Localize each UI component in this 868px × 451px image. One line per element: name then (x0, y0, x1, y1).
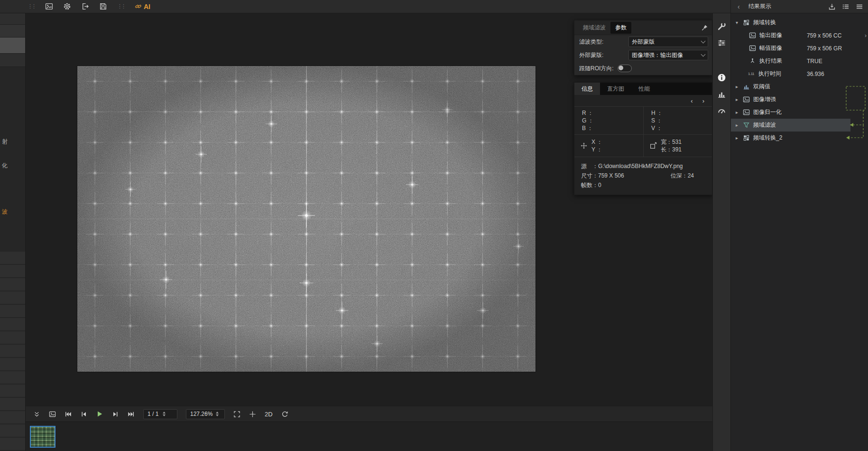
page-prev-arrow[interactable]: ‹ (691, 97, 693, 104)
list-view-icon[interactable] (842, 3, 850, 10)
external-mask-select[interactable]: 图像增强：输出图像 (628, 50, 708, 60)
fft-spectrum-image[interactable] (77, 66, 536, 372)
image-icon (749, 32, 756, 39)
save-icon[interactable] (99, 2, 107, 10)
follow-roi-toggle[interactable] (618, 65, 632, 72)
list-item[interactable] (0, 54, 25, 67)
refresh-loop-icon[interactable] (281, 411, 288, 418)
source-image-thumbnail-selected[interactable] (30, 426, 55, 448)
ai-link-button[interactable]: AI (135, 3, 150, 10)
settings-gear-icon[interactable] (63, 2, 71, 10)
sliders-settings-icon[interactable] (717, 38, 726, 47)
node-icon (743, 19, 750, 26)
zoom-value: 127.26% (190, 411, 212, 417)
image-viewport[interactable]: 频域滤波 参数 滤波类型: 外部蒙版 外部蒙版: (26, 13, 712, 406)
image-source-icon[interactable] (49, 411, 56, 418)
list-item[interactable] (0, 13, 25, 25)
filter-icon (743, 122, 750, 129)
tree-leaf-exec-result[interactable]: 执行结果 TRUE (731, 55, 868, 67)
image-icon (749, 45, 756, 52)
info-panel-icon[interactable] (717, 73, 726, 82)
zoom-control[interactable]: 127.26% (186, 409, 225, 419)
tree-node-freq-transform[interactable]: ▾ 频域转换 (731, 16, 868, 29)
wrench-tools-icon[interactable] (717, 22, 726, 31)
tree-leaf-output-image[interactable]: 输出图像 759 x 506 CC › (731, 29, 868, 42)
move-icon (580, 142, 588, 150)
tree-label: 幅值图像 (759, 44, 782, 52)
top-toolbar-left: ⋮⋮ ⋮⋮ AI (28, 0, 150, 13)
fit-to-screen-icon[interactable] (233, 411, 240, 418)
ai-label: AI (144, 3, 150, 10)
tab-parameters[interactable]: 参数 (610, 22, 631, 34)
play-icon[interactable] (96, 410, 103, 418)
export-results-icon[interactable] (828, 3, 836, 10)
tree-label: 图像增强 (753, 95, 776, 103)
fork-result-icon (749, 57, 756, 65)
tree-value: 36.936 (807, 71, 824, 77)
view-mode-2d-button[interactable]: 2D (265, 411, 273, 418)
info-panel-tabs: 信息 直方图 性能 (574, 83, 712, 95)
page-next-arrow[interactable]: › (702, 97, 704, 104)
caret-right-icon[interactable]: ▸ (736, 84, 742, 89)
list-item-selected[interactable] (0, 38, 25, 54)
tree-node-image-normalize[interactable]: ▸ 图像归一化 (731, 106, 868, 119)
r-value: R ： (582, 109, 643, 117)
roi-size-cell: 宽：531 长：391 (643, 135, 712, 157)
param-row-filter-type: 滤波类型: 外部蒙版 (574, 35, 712, 48)
caret-right-icon[interactable]: ▸ (736, 97, 742, 102)
image-tool-icon[interactable] (45, 2, 53, 10)
skip-to-start-icon[interactable] (65, 411, 72, 418)
skip-to-end-icon[interactable] (128, 411, 135, 418)
tab-performance[interactable]: 性能 (631, 83, 657, 95)
source-line: 源 ：G:\download\5BHkMFZ8DwY.png (581, 161, 705, 171)
tree-value: 759 x 506 CC (807, 32, 841, 39)
menu-icon[interactable] (856, 3, 863, 10)
overflow-chevron-icon[interactable]: › (865, 32, 867, 39)
collapse-panel-chevron[interactable]: ‹ (738, 3, 740, 10)
caret-right-icon[interactable]: ▸ (736, 122, 742, 128)
caret-right-icon[interactable]: ▸ (736, 110, 742, 115)
tree-label: 执行结果 (759, 57, 782, 65)
tab-frequency-filter[interactable]: 频域滤波 (578, 22, 610, 34)
histogram-panel-icon[interactable] (717, 90, 726, 99)
collapse-toolbar-icon[interactable] (33, 411, 40, 418)
result-panel: ▾ 频域转换 输出图像 759 x 506 CC › 幅值图像 759 x 50… (730, 13, 868, 451)
filter-type-select[interactable]: 外部蒙版 (628, 37, 708, 47)
right-tool-strip (712, 13, 730, 451)
export-icon[interactable] (81, 2, 89, 10)
step-forward-icon[interactable] (112, 411, 119, 418)
parameter-panel-header: 频域滤波 参数 (574, 20, 712, 35)
chevron-down-icon (701, 39, 706, 44)
step-back-icon[interactable] (80, 411, 87, 418)
caret-right-icon[interactable]: ▸ (736, 135, 742, 141)
pin-icon[interactable] (701, 24, 708, 31)
list-item[interactable] (0, 25, 25, 38)
filter-type-value: 外部蒙版 (632, 38, 655, 46)
toggle-knob (619, 66, 623, 70)
info-panel: 信息 直方图 性能 ‹ › R ： G ： B ： H ： S (574, 82, 712, 195)
tree-leaf-magnitude-image[interactable]: 幅值图像 759 x 506 GR (731, 42, 868, 55)
tab-info[interactable]: 信息 (574, 83, 600, 95)
hsv-column: H ： S ： V ： (643, 107, 712, 134)
tree-node-image-enhance[interactable]: ▸ 图像增强 (731, 93, 868, 106)
clipped-step-label: 射 (2, 138, 8, 146)
top-toolbar: ⋮⋮ ⋮⋮ AI ‹ 结果展示 (0, 0, 868, 13)
toolbar-grip: ⋮⋮ (117, 3, 125, 9)
tree-node-double-threshold[interactable]: ▸ 双阈值 (731, 80, 868, 93)
tree-node-freq-filter-selected[interactable]: ▸ 频域滤波 (731, 119, 868, 132)
tree-leaf-exec-time[interactable]: 1.11 执行时间 36.936 (731, 67, 868, 80)
frame-spinner[interactable] (163, 412, 175, 416)
rgb-column: R ： G ： B ： (574, 107, 643, 134)
dimensions-icon (649, 142, 657, 150)
list-rows (0, 252, 26, 451)
center-crosshair-icon[interactable] (249, 411, 256, 418)
tree-label: 执行时间 (758, 70, 781, 78)
frame-counter[interactable]: 1 / 1 (143, 409, 177, 419)
tree-node-freq-transform-2[interactable]: ▸ 频域转换_2 (731, 132, 868, 144)
g-value: G ： (582, 117, 643, 124)
zoom-spinner[interactable] (216, 412, 222, 416)
result-panel-title: 结果展示 (748, 2, 771, 10)
performance-gauge-icon[interactable] (717, 106, 726, 115)
caret-down-icon[interactable]: ▾ (736, 20, 742, 25)
tab-histogram[interactable]: 直方图 (600, 83, 631, 95)
